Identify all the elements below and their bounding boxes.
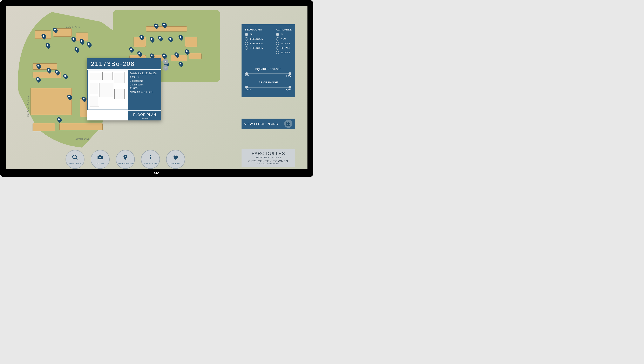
camera-icon — [97, 154, 103, 162]
floor-plan-label: FLOOR PLAN — [128, 113, 161, 117]
price-title: PRICE RANGE — [245, 81, 292, 84]
svg-line-5 — [76, 158, 78, 160]
unit-details: Details for 21173Bo-208 1,195 SF 2 bedro… — [129, 70, 161, 110]
sqft-min: 725 — [245, 75, 249, 78]
floor-plan-button[interactable]: FLOOR PLAN Preserve — [128, 110, 161, 120]
popup-body: Details for 21173Bo-208 1,195 SF 2 bedro… — [87, 70, 161, 110]
nav-favorites[interactable]: FAVORITES — [166, 150, 185, 169]
slider-thumb-min[interactable] — [245, 72, 248, 75]
building — [189, 53, 202, 59]
filter-price: PRICE RANGE 1,649 3,250 — [245, 81, 292, 91]
svg-rect-0 — [287, 122, 288, 124]
unit-id: 21173Bo-208 — [91, 60, 135, 67]
radio-icon — [245, 42, 248, 45]
building — [31, 88, 72, 115]
radio-label: 60 DAYS — [281, 47, 290, 49]
svg-point-8 — [150, 155, 151, 156]
filter-available-title: AVAILABLE — [276, 28, 292, 31]
nav-virtual-tour[interactable]: VIRTUAL TOUR — [141, 150, 160, 169]
radio-label: 2 BEDROOM — [250, 42, 263, 45]
filter-bedrooms: BEDROOMS ALL 1 BEDROOM 2 BEDROOM 3 BEDRO… — [245, 28, 263, 56]
brand-line3: CITY CENTER TOWNES — [244, 160, 293, 163]
radio-bedrooms-3[interactable]: 3 BEDROOM — [245, 46, 263, 50]
info-icon — [148, 154, 153, 162]
radio-available-now[interactable]: NOW — [276, 37, 292, 40]
svg-rect-2 — [287, 124, 288, 126]
radio-bedrooms-all[interactable]: ALL — [245, 33, 263, 36]
building — [33, 123, 55, 131]
slider-thumb-max[interactable] — [288, 86, 291, 88]
close-icon[interactable]: ✕ — [163, 59, 168, 64]
floorplan-thumbnail[interactable] — [88, 70, 128, 110]
floor-plan-sub: Preserve — [128, 118, 161, 120]
radio-icon — [245, 46, 248, 50]
device-brand: elo — [154, 171, 160, 176]
unit-details-popup: 21173Bo-208 ✕ ♡ Details for 21173Bo-208 … — [87, 58, 161, 120]
svg-rect-3 — [288, 124, 290, 126]
radio-icon — [245, 33, 248, 36]
street-label: Haleybird Drive — [74, 138, 89, 140]
building — [59, 123, 103, 130]
view-floor-plans-button[interactable]: VIEW FLOOR PLANS — [241, 118, 295, 129]
nav-label: GALLERY — [96, 163, 104, 164]
popup-header: 21173Bo-208 ✕ ♡ — [87, 58, 161, 70]
radio-label: 1 BEDROOM — [250, 38, 263, 40]
filter-bedrooms-title: BEDROOMS — [245, 28, 263, 31]
radio-available-90[interactable]: 90 DAYS — [276, 51, 292, 54]
radio-icon — [276, 46, 279, 50]
nav-label: APARTMENTS — [69, 163, 81, 164]
radio-label: ALL — [281, 33, 285, 36]
pin-icon — [122, 154, 128, 162]
brand-line2: APARTMENT HOMES — [244, 156, 293, 159]
svg-point-7 — [125, 156, 126, 157]
svg-rect-9 — [150, 157, 151, 159]
details-title: Details for 21173Bo-208 — [130, 72, 159, 75]
nav-gallery[interactable]: GALLERY — [91, 150, 110, 169]
nav-label: NEIGHBORHOOD — [118, 163, 133, 164]
building — [33, 64, 57, 70]
filter-panel: BEDROOMS ALL 1 BEDROOM 2 BEDROOM 3 BEDRO… — [241, 24, 295, 98]
radio-available-all[interactable]: ALL — [276, 33, 292, 36]
radio-bedrooms-2[interactable]: 2 BEDROOM — [245, 42, 263, 45]
unit-bathrooms: 2 bathrooms — [130, 83, 159, 86]
heart-icon — [172, 154, 179, 162]
filter-available: AVAILABLE ALL NOW 30 DAYS 60 DAYS 90 DAY… — [276, 28, 292, 56]
radio-label: NOW — [281, 38, 286, 40]
building — [146, 26, 187, 32]
street-label: City Center Boulevard — [27, 95, 30, 117]
radio-icon — [276, 51, 279, 54]
unit-available: Available 06-13-2019 — [130, 90, 159, 94]
brand-line1: PARC DULLES — [244, 151, 293, 156]
nav-label: FAVORITES — [171, 163, 181, 164]
sqft-slider[interactable] — [246, 74, 290, 74]
radio-available-30[interactable]: 30 DAYS — [276, 42, 292, 45]
sqft-max: 1,534 — [286, 75, 291, 78]
bottom-nav: APARTMENTS GALLERY NEIGHBORHOOD VIRTUAL … — [66, 150, 185, 169]
radio-label: ALL — [250, 33, 254, 36]
radio-bedrooms-1[interactable]: 1 BEDROOM — [245, 37, 263, 40]
floor-plans-icon — [284, 120, 292, 128]
nav-neighborhood[interactable]: NEIGHBORHOOD — [116, 150, 135, 169]
monitor-frame: Stefanie Drive City Center Boulevard Hal… — [0, 0, 313, 177]
unit-bedrooms: 2 bedrooms — [130, 79, 159, 83]
nav-apartments[interactable]: APARTMENTS — [66, 150, 85, 169]
svg-point-6 — [99, 157, 101, 158]
unit-price: $1,863 — [130, 86, 159, 90]
search-icon — [72, 154, 78, 162]
radio-icon — [276, 37, 279, 40]
slider-thumb-min[interactable] — [245, 86, 248, 88]
unit-sqft: 1,195 SF — [130, 75, 159, 79]
nav-label: VIRTUAL TOUR — [144, 163, 157, 164]
sqft-title: SQUARE FOOTAGE — [245, 68, 292, 70]
radio-available-60[interactable]: 60 DAYS — [276, 46, 292, 50]
radio-label: 90 DAYS — [281, 51, 290, 54]
slider-thumb-max[interactable] — [288, 72, 291, 75]
price-max: 3,250 — [286, 88, 291, 91]
favorite-icon[interactable]: ♡ — [163, 65, 168, 70]
street-label: Stefanie Drive — [66, 26, 80, 28]
building — [185, 37, 197, 47]
view-plans-label: VIEW FLOOR PLANS — [244, 122, 278, 126]
radio-icon — [276, 33, 279, 36]
price-slider[interactable] — [246, 87, 290, 88]
svg-point-4 — [73, 155, 77, 159]
